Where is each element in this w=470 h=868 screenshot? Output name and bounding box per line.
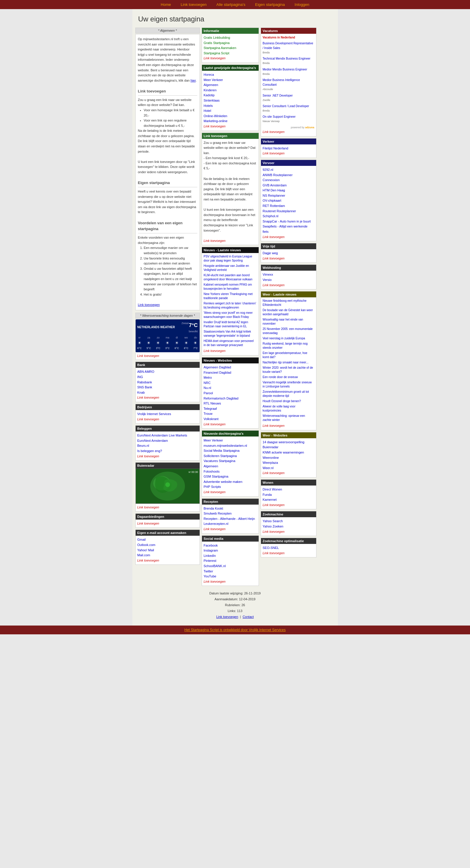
nd-link-4[interactable]: Vacatures Startpagina <box>204 459 236 463</box>
footer-contact[interactable]: Contact <box>243 615 254 619</box>
dochter-link-9[interactable]: Marketing-online <box>204 119 227 123</box>
nav-inloggen[interactable]: Inloggen <box>295 2 309 7</box>
email-link-toevoegen[interactable]: Link toevoegen <box>137 559 159 562</box>
social-link-5[interactable]: Twitter <box>204 569 213 573</box>
vervoer-link-3[interactable]: GVB Amsterdam <box>263 183 287 187</box>
informatie-link-toevoegen[interactable]: Link toevoegen <box>204 56 226 60</box>
nd-link-1[interactable]: museum.mijnwebsitestarten.nl <box>204 444 247 447</box>
dochter-link-2[interactable]: Algemeen <box>204 83 218 87</box>
info-link-3[interactable]: Startpagina Script <box>204 51 229 55</box>
nd-link-toevoegen[interactable]: Link toevoegen <box>204 490 226 494</box>
social-link-1[interactable]: Instagram <box>204 549 218 552</box>
info-link-2[interactable]: Startpagina Aanmaken <box>204 46 236 50</box>
zm-link-0[interactable]: Yahoo Search <box>263 519 283 523</box>
verkeer-link-0[interactable]: Filelijst Nederland <box>263 147 288 150</box>
social-link-toevoegen[interactable]: Link toevoegen <box>204 580 226 583</box>
wonen-link-0[interactable]: Direct Wonen <box>263 488 282 491</box>
bank-link-2[interactable]: Rabobank <box>137 380 152 384</box>
nav-eigen-startpagina[interactable]: Eigen startpagina <box>255 2 285 7</box>
beleggen-link-1[interactable]: EuroNext Amsterdam <box>137 439 168 442</box>
rec-link-0[interactable]: Brenda Kookt <box>204 507 223 510</box>
nw-link-3[interactable]: NRC <box>204 381 211 384</box>
email-link-3[interactable]: Mail.com <box>137 553 150 557</box>
dochter-link-1[interactable]: Meer Verkeer <box>204 78 223 82</box>
vervoer-link-11[interactable]: Swapfiets - Altijd een werkende fiets <box>263 224 308 234</box>
dochter-link-5[interactable]: Sinterklaas <box>204 99 220 102</box>
wonen-link-2[interactable]: Kamernet <box>263 498 277 501</box>
bedrijven-link-0[interactable]: Vrolijk Internet Services <box>137 412 171 416</box>
nw-link-2[interactable]: Metro <box>204 376 212 379</box>
email-link-0[interactable]: Gmail <box>137 538 146 541</box>
nd-link-6[interactable]: Fotoshoots <box>204 470 220 473</box>
dochter-link-4[interactable]: Kadotip <box>204 93 215 97</box>
ww-link-2[interactable]: KNMI actuele waarnemingen <box>263 451 304 454</box>
nw-link-toevoegen[interactable]: Link toevoegen <box>204 423 226 426</box>
bank-link-toevoegen[interactable]: Link toevoegen <box>137 396 159 399</box>
info-link-0[interactable]: Gratis Linkbuilding <box>204 36 230 39</box>
beleggen-link-toevoegen[interactable]: Link toevoegen <box>137 455 159 458</box>
vervoer-link-10[interactable]: SnappCar - Auto huren in je buurt <box>263 220 311 223</box>
nd-link-3[interactable]: Solliciteren Startpagina <box>204 454 237 458</box>
lt-mid-link-toevoegen[interactable]: Link toevoegen <box>204 239 226 243</box>
ww-link-3[interactable]: Weeronline <box>263 456 279 459</box>
wh-link-0[interactable]: Vimexx <box>263 273 273 276</box>
vacatures-link-toevoegen[interactable]: Link toevoegen <box>263 130 285 133</box>
info-link-1[interactable]: Gratis Startpagina <box>204 41 230 44</box>
vervoer-link-2[interactable]: Connexxion <box>263 178 280 182</box>
social-link-3[interactable]: Pinterest <box>204 559 216 562</box>
social-link-4[interactable]: SchoolBANK.nl <box>204 564 226 568</box>
dochter-link-8[interactable]: Online-Winkelen <box>204 114 227 118</box>
zm-link-1[interactable]: Yahoo Zoeken <box>263 525 284 528</box>
social-link-6[interactable]: YouTube <box>204 575 216 578</box>
nw-link-10[interactable]: Volkskrant <box>204 417 219 421</box>
dochter-link-6[interactable]: Hotels <box>204 104 213 107</box>
nd-link-8[interactable]: Advertentie website maken <box>204 480 243 484</box>
wh-link-1[interactable]: Versio <box>263 278 272 281</box>
ww-link-5[interactable]: Weer.nl <box>263 466 274 470</box>
vervoer-link-0[interactable]: 9292.nl <box>263 168 273 172</box>
dochter-link-0[interactable]: Horeca <box>204 73 214 76</box>
dagaanbiedingen-link-toevoegen[interactable]: Link toevoegen <box>137 522 159 525</box>
zmo-link-toevoegen[interactable]: Link toevoegen <box>263 551 285 555</box>
vervoer-link-6[interactable]: OV-chipkaart <box>263 199 282 202</box>
email-link-2[interactable]: Yahoo! Mail <box>137 548 154 552</box>
ww-link-toevoegen[interactable]: Link toevoegen <box>263 471 285 475</box>
social-link-0[interactable]: Facebook <box>204 544 218 547</box>
vervoer-link-4[interactable]: HTM Den Haag <box>263 188 285 192</box>
vervoer-link-1[interactable]: ANWB Routeplanner <box>263 173 293 177</box>
wonen-link-toevoegen[interactable]: Link toevoegen <box>263 503 285 507</box>
algemeen-link-toevoegen[interactable]: Link toevoegen <box>138 303 160 306</box>
ww-link-4[interactable]: Weerplaza <box>263 461 278 464</box>
vervoer-link-9[interactable]: Schiphol.nl <box>263 214 279 218</box>
vervoer-link-5[interactable]: NS Reisplanner <box>263 194 285 197</box>
wl-link-toevoegen[interactable]: Link toevoegen <box>263 424 285 427</box>
vervoer-link-8[interactable]: Routenet Routeplanner <box>263 209 296 213</box>
vervoer-link-7[interactable]: RET Rotterdam <box>263 204 285 208</box>
nd-link-7[interactable]: GSM Startpagina <box>204 475 228 478</box>
nieuws-link-toevoegen[interactable]: Link toevoegen <box>204 349 226 352</box>
nw-link-1[interactable]: Financieel Dagblad <box>204 371 231 374</box>
nw-link-4[interactable]: Nu.nl <box>204 386 211 390</box>
nw-link-6[interactable]: Reformatorisch Dagblad <box>204 397 239 400</box>
nw-link-7[interactable]: RTL Nieuws <box>204 402 221 405</box>
nav-home[interactable]: Home <box>161 2 171 7</box>
nw-link-0[interactable]: Algemeen Dagblad <box>204 366 231 369</box>
bank-link-4[interactable]: Knab <box>137 391 145 394</box>
zmo-link-0[interactable]: SEO-SNEL <box>263 546 279 550</box>
beleggen-link-0[interactable]: EuroNext Amsterdam Live Markets <box>137 434 187 437</box>
nw-link-9[interactable]: Trouw <box>204 412 213 415</box>
wh-link-toevoegen[interactable]: Link toevoegen <box>263 283 285 287</box>
beleggen-link-2[interactable]: Beurs.nl <box>137 444 149 447</box>
weather-link-toevoegen[interactable]: Link toevoegen <box>137 354 159 358</box>
nd-link-2[interactable]: Social Media Startpagina <box>204 449 240 452</box>
vt-link-toevoegen[interactable]: Link toevoegen <box>263 256 285 260</box>
vt-link-0[interactable]: Dagje weg <box>263 251 278 255</box>
nav-alle-startpaginas[interactable]: Alle startpagina's <box>216 2 245 7</box>
bank-link-0[interactable]: ABN AMRO <box>137 370 154 373</box>
bottom-footer-link[interactable]: Het Startpagina Script is ontwikkeld doo… <box>184 628 286 632</box>
wonen-link-1[interactable]: Funda <box>263 493 272 496</box>
buienradar-link-toevoegen[interactable]: Link toevoegen <box>137 505 159 509</box>
bedrijven-link-toevoegen[interactable]: Link toevoegen <box>137 417 159 421</box>
verkeer-link-toevoegen[interactable]: Link toevoegen <box>263 152 285 155</box>
vervoer-link-toevoegen[interactable]: Link toevoegen <box>263 235 285 239</box>
